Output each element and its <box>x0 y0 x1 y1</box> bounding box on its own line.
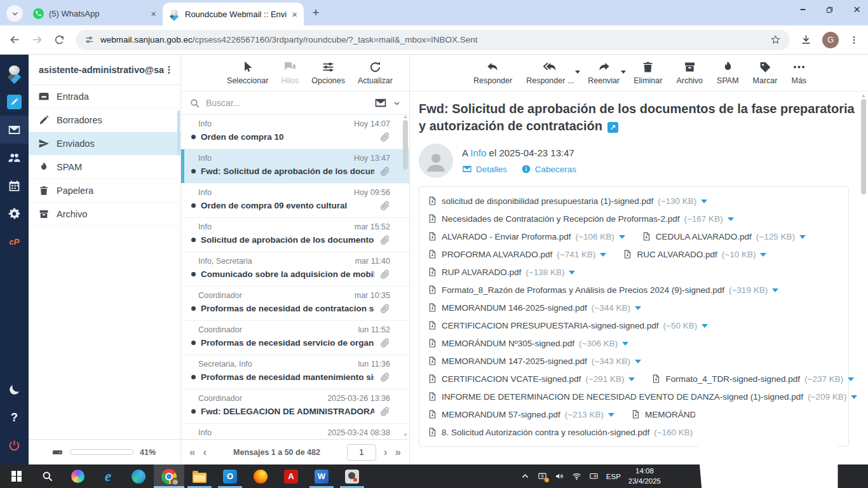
attachment-item[interactable]: ALVARADO - Enviar Proforma.pdf(~106 KB) <box>428 231 625 242</box>
attachment-menu-caret[interactable] <box>799 235 806 242</box>
open-in-new-window-icon[interactable]: ↗ <box>607 122 618 133</box>
refresh-button[interactable]: Actualizar <box>358 60 393 85</box>
taskbar-ie-button[interactable]: e <box>93 464 123 488</box>
folder-enviados[interactable]: Enviados <box>29 132 180 156</box>
search-input[interactable] <box>206 98 369 108</box>
taskbar-outlook-button[interactable]: O <box>215 464 245 488</box>
details-toggle[interactable]: Detalles <box>462 164 507 174</box>
last-page-button[interactable]: » <box>395 447 401 458</box>
tab-close-icon[interactable]: × <box>292 10 297 19</box>
taskbar-firefox-button[interactable] <box>245 464 276 488</box>
message-list-item[interactable]: InfoHoy 09:56Orden de compra 09 evento c… <box>181 184 409 218</box>
rail-calendar-button[interactable] <box>0 172 29 200</box>
message-list-item[interactable]: InfoHoy 14:07Orden de compra 10 <box>181 115 409 149</box>
attachment-item[interactable]: RUP ALVARADO.pdf(~138 KB) <box>428 266 575 278</box>
language-indicator[interactable]: ESP <box>606 473 621 480</box>
dropdown-caret-icon[interactable] <box>621 71 626 76</box>
taskbar-chrome-button[interactable]: G <box>154 464 184 488</box>
message-list-item[interactable]: Secretaria, Infolun 11:36Proformas de ne… <box>181 355 409 390</box>
attachment-menu-caret[interactable] <box>702 324 708 331</box>
start-button[interactable] <box>1 464 32 488</box>
attachment-item[interactable]: RUC ALVARADO.pdf(~10 KB) <box>623 248 766 260</box>
tab-list-chevron-icon[interactable] <box>6 5 23 22</box>
window-restore-button[interactable] <box>825 5 834 15</box>
list-scroll-up-icon[interactable]: ▲ <box>403 115 408 119</box>
compose-button[interactable] <box>0 88 29 116</box>
folder-borradores[interactable]: Borradores <box>29 109 180 132</box>
attachment-item[interactable]: MEMORÁNDUM Nº305-signed.pdf(~306 KB) <box>428 337 628 349</box>
browser-menu-icon[interactable] <box>849 35 859 45</box>
notification-center-button[interactable]: 3 <box>671 381 862 488</box>
message-list-item[interactable]: Coordinadorlun 11:52Proformas de necesid… <box>181 321 409 355</box>
attachment-menu-caret[interactable] <box>635 360 641 367</box>
attachment-menu-caret[interactable] <box>569 271 575 278</box>
attachment-item[interactable]: CERTIFICACION VCATE-signed.pdf(~291 KB) <box>428 373 635 384</box>
browser-profile-avatar[interactable]: G <box>822 32 839 48</box>
reply-all-button[interactable]: Responder ... <box>526 60 574 85</box>
attachment-menu-caret[interactable] <box>728 217 734 224</box>
tray-chevron-up-icon[interactable] <box>520 471 530 481</box>
attachment-menu-caret[interactable] <box>628 377 635 384</box>
threads-button[interactable]: Hilos <box>281 60 299 85</box>
downloads-icon[interactable] <box>800 34 812 46</box>
search-scope-envelope-icon[interactable] <box>374 97 387 109</box>
taskbar-java-app-button[interactable] <box>337 464 367 488</box>
spam-button[interactable]: SPAM <box>717 60 739 85</box>
attachment-menu-caret[interactable] <box>619 235 625 242</box>
help-button[interactable]: ? <box>0 403 29 431</box>
folder-scrollbar-thumb[interactable] <box>177 111 180 155</box>
attachment-item[interactable]: 8. Solicitud Autorización contra y resol… <box>428 426 703 438</box>
account-menu-kebab-icon[interactable] <box>164 65 174 75</box>
folder-entrada[interactable]: Entrada <box>29 85 180 109</box>
new-tab-button[interactable]: + <box>308 4 324 21</box>
dropdown-caret-icon[interactable] <box>575 71 580 76</box>
attachment-menu-caret[interactable] <box>608 413 614 420</box>
attachment-item[interactable]: solicitud de disponibilidad presupuestar… <box>428 195 707 207</box>
bookmark-star-icon[interactable] <box>770 34 781 45</box>
rail-contacts-button[interactable] <box>0 144 29 172</box>
view-scroll-up-icon[interactable]: ▲ <box>861 93 866 98</box>
taskbar-word-button[interactable]: W <box>306 464 337 488</box>
taskbar-edge-button[interactable] <box>123 464 154 488</box>
taskbar-explorer-button[interactable] <box>184 464 215 488</box>
attachment-item[interactable]: PROFORMA ALVARADO.pdf(~741 KB) <box>428 248 606 260</box>
forward-button[interactable]: Reenviar <box>588 60 620 85</box>
site-info-icon[interactable] <box>85 35 94 44</box>
clock[interactable]: 14:0823/4/2025 <box>628 466 661 486</box>
options-button[interactable]: Opciones <box>311 60 345 85</box>
back-button[interactable] <box>9 34 21 46</box>
address-bar[interactable]: webmail.sanjuan.gob.ec/cpsess4226567160/… <box>76 30 790 50</box>
message-list-item[interactable]: Coordinador2025-03-26 13:36Fwd: DELEGACI… <box>181 390 409 424</box>
rail-mail-button[interactable] <box>0 116 29 144</box>
logout-button[interactable] <box>0 431 29 459</box>
attachment-menu-caret[interactable] <box>760 253 766 260</box>
delete-button[interactable]: Eliminar <box>634 60 662 85</box>
first-page-button[interactable]: « <box>189 447 195 458</box>
prev-page-button[interactable]: ‹ <box>203 447 207 458</box>
attachment-item[interactable]: MEMORANDUM 57-signed.pdf(~213 KB) <box>428 409 614 420</box>
attachment-menu-caret[interactable] <box>701 200 707 207</box>
attachment-menu-caret[interactable] <box>600 253 606 260</box>
taskbar-copilot-button[interactable] <box>62 464 93 488</box>
mark-button[interactable]: Marcar <box>753 60 778 85</box>
attachment-item[interactable]: MEMORANDUM 147-2025-signed.pdf(~343 KB) <box>428 355 641 367</box>
recipient-link[interactable]: Info <box>470 147 486 158</box>
message-list-item[interactable]: Coordinadormar 10:35Proformas de necesid… <box>181 287 409 321</box>
reload-button[interactable] <box>53 34 65 46</box>
tab-whatsapp[interactable]: (5) WhatsApp × <box>27 3 163 24</box>
search-options-chevron-icon[interactable] <box>393 99 401 107</box>
rail-settings-button[interactable] <box>0 200 29 227</box>
volume-icon[interactable] <box>555 471 564 481</box>
attachment-menu-caret[interactable] <box>772 288 778 295</box>
message-list-item[interactable]: Infomar 15:52Solicitud de aprobación de … <box>181 218 409 252</box>
forward-button[interactable] <box>31 34 43 46</box>
archive-button[interactable]: Archivo <box>676 60 703 85</box>
attachment-item[interactable]: CEDULA ALVARADO.pdf(~125 KB) <box>642 231 806 242</box>
account-header[interactable]: asistente-administrativo@sa... <box>29 55 180 85</box>
attachment-item[interactable]: Necesidades de Contratación y Recepción … <box>428 213 734 224</box>
list-scroll-thumb[interactable] <box>403 120 408 170</box>
more-button[interactable]: Más <box>791 60 806 85</box>
list-scroll-down-icon[interactable]: ▼ <box>403 432 408 438</box>
folder-papelera[interactable]: Papelera <box>29 179 180 203</box>
view-scroll-thumb[interactable] <box>861 99 866 194</box>
